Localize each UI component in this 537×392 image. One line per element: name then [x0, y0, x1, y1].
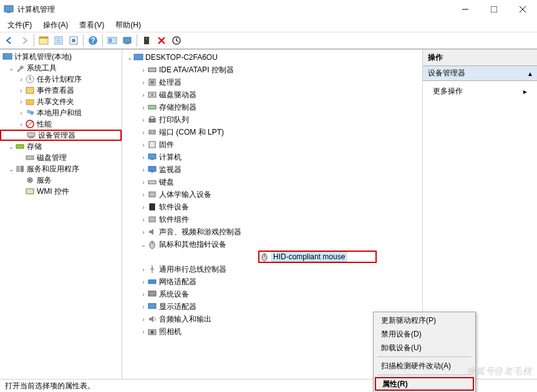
dev-mouse-category[interactable]: ⌄鼠标和其他指针设备	[122, 238, 422, 251]
monitor-icon	[147, 152, 157, 162]
dev-processors[interactable]: ›处理器	[122, 76, 422, 88]
expand-icon[interactable]: ›	[140, 328, 147, 335]
dev-computer[interactable]: ›计算机	[122, 151, 422, 163]
dev-network[interactable]: ›网络适配器	[122, 275, 422, 288]
expand-icon[interactable]: ›	[140, 291, 147, 298]
tree-device-manager[interactable]: 设备管理器	[0, 130, 122, 141]
dev-monitors[interactable]: ›监视器	[122, 163, 422, 176]
expand-icon[interactable]: ⌄	[7, 143, 15, 150]
expand-icon[interactable]: ›	[140, 179, 147, 186]
expand-icon[interactable]: ›	[140, 229, 147, 236]
svg-rect-57	[148, 166, 156, 171]
expand-icon[interactable]: ›	[140, 204, 147, 211]
tree-storage[interactable]: ⌄存储	[0, 141, 122, 152]
ctx-scan[interactable]: 扫描检测硬件改动(A)	[375, 359, 474, 373]
expand-icon[interactable]: ›	[140, 141, 147, 148]
tree-local-users[interactable]: ›本地用户和组	[0, 107, 122, 118]
expand-icon[interactable]: ⌄	[7, 166, 15, 173]
forward-button[interactable]	[17, 34, 31, 47]
expand-icon[interactable]: ›	[140, 216, 147, 223]
close-button[interactable]	[508, 0, 537, 19]
tree-shared-folders[interactable]: ›共享文件夹	[0, 96, 122, 107]
export-list-button[interactable]	[67, 34, 80, 47]
expand-icon[interactable]: ›	[17, 76, 25, 83]
help-button[interactable]: ?	[86, 34, 100, 47]
expand-icon[interactable]: ›	[17, 87, 25, 94]
ctx-update-driver[interactable]: 更新驱动程序(P)	[375, 313, 474, 327]
wmi-icon	[25, 186, 35, 196]
collapse-icon[interactable]: ▴	[528, 69, 532, 78]
expand-icon[interactable]: ›	[140, 316, 147, 323]
dev-sound[interactable]: ›声音、视频和游戏控制器	[122, 226, 422, 238]
dev-disk-drives[interactable]: ›磁盘驱动器	[122, 88, 422, 101]
toolbar-view-button[interactable]	[105, 34, 119, 47]
svg-rect-59	[148, 181, 156, 184]
expand-icon[interactable]: ›	[140, 154, 147, 161]
dev-sw-devices[interactable]: ›软件设备	[122, 201, 422, 213]
dev-hid-mouse[interactable]: HID-compliant mouse	[258, 251, 377, 263]
dev-print-queues[interactable]: ›打印队列	[122, 113, 422, 126]
dev-storage-ctrl[interactable]: ›存储控制器	[122, 101, 422, 113]
dev-firmware[interactable]: ›固件	[122, 138, 422, 151]
expand-icon[interactable]: ⌄	[140, 241, 147, 248]
dev-hid[interactable]: ›人体学输入设备	[122, 188, 422, 201]
menu-action[interactable]: 操作(A)	[39, 19, 72, 32]
tree-performance[interactable]: ›性能	[0, 118, 122, 130]
ctx-disable[interactable]: 禁用设备(D)	[375, 327, 474, 341]
event-icon	[25, 85, 35, 95]
expand-icon[interactable]: ›	[140, 129, 147, 136]
tree-root[interactable]: 计算机管理(本地)	[0, 51, 122, 62]
main-panes: 计算机管理(本地) ⌄系统工具 ›任务计划程序 ›事件查看器 ›共享文件夹 ›本…	[0, 49, 537, 379]
menu-view[interactable]: 查看(V)	[75, 19, 108, 32]
expand-icon[interactable]: ›	[140, 191, 147, 198]
expand-icon[interactable]: ›	[140, 166, 147, 173]
dev-system-devices[interactable]: ›系统设备	[122, 288, 422, 300]
svg-rect-37	[16, 166, 20, 172]
tree-disk-mgmt[interactable]: 磁盘管理	[0, 152, 122, 163]
expand-icon[interactable]: ›	[140, 266, 147, 273]
expand-icon[interactable]: ›	[17, 121, 25, 128]
dev-display[interactable]: ›显示适配器	[122, 300, 422, 313]
properties-button[interactable]	[52, 34, 65, 47]
ctx-uninstall[interactable]: 卸载设备(U)	[375, 341, 474, 355]
dev-ports[interactable]: ›端口 (COM 和 LPT)	[122, 126, 422, 138]
printer-icon	[147, 115, 157, 125]
toolbar-monitor-button[interactable]	[120, 34, 134, 47]
expand-icon[interactable]: ›	[140, 67, 147, 74]
expand-icon[interactable]: ›	[17, 110, 25, 117]
minimize-button[interactable]	[451, 0, 480, 19]
expand-icon[interactable]: ›	[17, 98, 25, 105]
menu-file[interactable]: 文件(F)	[4, 19, 36, 32]
dev-sw-components[interactable]: ›软件组件	[122, 213, 422, 226]
show-hide-tree-button[interactable]	[37, 34, 51, 47]
dev-keyboards[interactable]: ›键盘	[122, 176, 422, 188]
update-driver-button[interactable]	[170, 34, 183, 47]
dev-ide[interactable]: ›IDE ATA/ATAPI 控制器	[122, 64, 422, 76]
actions-more[interactable]: 更多操作 ▸	[423, 81, 537, 102]
tree-event-viewer[interactable]: ›事件查看器	[0, 85, 122, 96]
tree-services[interactable]: 服务	[0, 174, 122, 186]
actions-subheader[interactable]: 设备管理器 ▴	[423, 66, 537, 81]
scan-hardware-button[interactable]	[140, 34, 153, 47]
tree-wmi[interactable]: WMI 控件	[0, 186, 122, 197]
expand-icon[interactable]: ›	[140, 92, 147, 98]
expand-icon[interactable]: ›	[140, 304, 147, 310]
uninstall-button[interactable]	[155, 34, 168, 47]
expand-icon[interactable]: ›	[140, 104, 147, 111]
back-button[interactable]	[2, 34, 16, 47]
maximize-button[interactable]	[480, 0, 508, 19]
menu-help[interactable]: 帮助(H)	[112, 19, 145, 32]
tree-services-apps[interactable]: ⌄服务和应用程序	[0, 163, 122, 174]
expand-icon[interactable]: ⌄	[7, 65, 15, 72]
expand-icon[interactable]: ›	[140, 79, 147, 86]
expand-icon[interactable]: ›	[140, 279, 147, 285]
svg-rect-48	[148, 105, 156, 109]
status-text: 打开当前选择项的属性表。	[5, 381, 95, 391]
dev-root[interactable]: ⌄DESKTOP-C2FA6OU	[122, 51, 422, 64]
tree-task-scheduler[interactable]: ›任务计划程序	[0, 74, 122, 85]
dev-usb[interactable]: ›通用串行总线控制器	[122, 263, 422, 275]
ctx-properties[interactable]: 属性(R)	[375, 377, 474, 391]
tree-system-tools[interactable]: ⌄系统工具	[0, 62, 122, 74]
expand-icon[interactable]: ⌄	[126, 54, 133, 61]
expand-icon[interactable]: ›	[140, 117, 147, 123]
